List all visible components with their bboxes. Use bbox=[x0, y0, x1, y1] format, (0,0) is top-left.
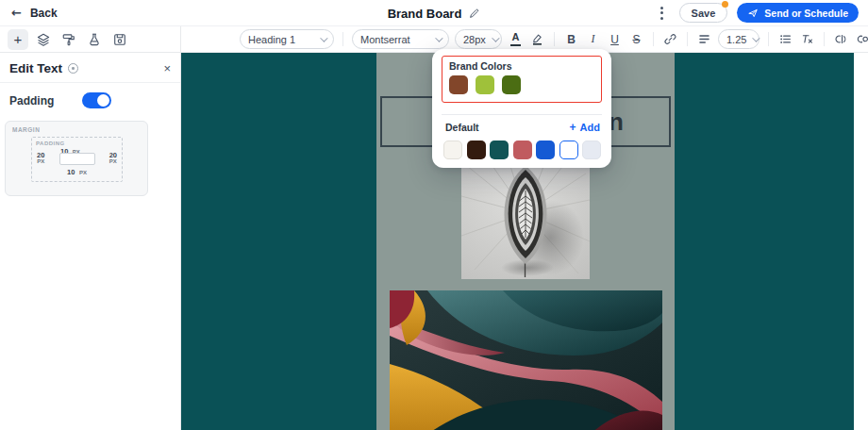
bullet-list-icon bbox=[778, 32, 793, 46]
paint-roller-icon bbox=[61, 32, 76, 47]
edit-title-pencil-icon[interactable] bbox=[468, 8, 480, 20]
divider bbox=[768, 32, 769, 46]
flask-icon bbox=[87, 32, 102, 47]
underline-button[interactable]: U bbox=[607, 29, 623, 49]
padding-label: Padding bbox=[9, 94, 54, 108]
margin-diagram: MARGIN PADDING 10 PX 20 PX 20 bbox=[5, 121, 148, 196]
italic-button[interactable]: I bbox=[585, 29, 601, 49]
right-gutter bbox=[854, 53, 868, 430]
link-icon bbox=[663, 32, 677, 46]
custom-link-button[interactable] bbox=[855, 29, 868, 49]
add-block-button[interactable]: + bbox=[8, 29, 28, 50]
link-button[interactable] bbox=[662, 29, 678, 49]
line-height-dropdown[interactable]: 1.25 bbox=[718, 29, 760, 49]
text-style-value: Heading 1 bbox=[248, 34, 295, 45]
divider bbox=[687, 32, 688, 46]
default-color-swatch[interactable] bbox=[582, 141, 601, 159]
default-color-swatch[interactable] bbox=[513, 141, 532, 159]
send-or-schedule-button[interactable]: Send or Schedule bbox=[737, 3, 859, 23]
design-style-button[interactable] bbox=[58, 29, 79, 50]
divider bbox=[554, 32, 555, 46]
send-label: Send or Schedule bbox=[764, 8, 848, 19]
font-size-dropdown[interactable]: 28px bbox=[455, 29, 502, 49]
chevron-down-icon bbox=[320, 34, 327, 41]
clear-formatting-button[interactable] bbox=[799, 29, 815, 49]
color-picker-popup: Brand Colors Default + Add bbox=[432, 49, 611, 168]
top-bar: ← Back Brand Board Save Send or Schedule bbox=[0, 0, 868, 26]
personalization-button[interactable] bbox=[833, 29, 849, 49]
font-family-dropdown[interactable]: Montserrat bbox=[352, 29, 449, 49]
personalization-icon bbox=[834, 32, 848, 46]
line-spacing-button[interactable] bbox=[696, 29, 712, 49]
chevron-down-icon bbox=[492, 34, 499, 41]
bold-button[interactable]: B bbox=[563, 29, 579, 49]
highlight-color-button[interactable] bbox=[529, 29, 545, 49]
floppy-disk-icon bbox=[112, 32, 127, 47]
toggle-knob bbox=[97, 94, 109, 107]
text-style-dropdown[interactable]: Heading 1 bbox=[240, 29, 334, 49]
abstract-waves-image bbox=[390, 290, 662, 430]
padding-bottom-value: 10 PX bbox=[32, 161, 122, 178]
line-height-value: 1.25 bbox=[726, 34, 746, 45]
default-swatch-row bbox=[443, 141, 611, 159]
layers-icon bbox=[36, 32, 51, 47]
brand-color-swatch[interactable] bbox=[449, 75, 468, 94]
brand-colors-title: Brand Colors bbox=[449, 60, 594, 72]
margin-diagram-label: MARGIN bbox=[12, 126, 40, 133]
edit-text-panel: Edit Text × Padding MARGIN PADDING 10 PX bbox=[0, 53, 181, 430]
default-color-swatch[interactable] bbox=[490, 141, 509, 159]
page-title: Brand Board bbox=[388, 7, 462, 21]
padding-toggle[interactable] bbox=[82, 92, 111, 108]
default-color-swatch[interactable] bbox=[443, 141, 462, 159]
brand-color-swatch[interactable] bbox=[502, 75, 521, 94]
strikethrough-button[interactable]: S bbox=[628, 29, 644, 49]
plus-icon: + bbox=[570, 123, 576, 132]
bullet-list-button[interactable] bbox=[777, 29, 793, 49]
default-label: Default bbox=[445, 122, 479, 133]
leaf-image-block[interactable] bbox=[376, 155, 675, 279]
topbar-actions: Save Send or Schedule bbox=[655, 3, 868, 23]
brand-swatch-row bbox=[449, 75, 594, 94]
save-template-button[interactable] bbox=[109, 29, 130, 50]
close-panel-icon[interactable]: × bbox=[163, 63, 171, 74]
editor-toolbar: + Heading 1 Montserrat bbox=[0, 26, 868, 53]
text-color-button[interactable]: A bbox=[508, 32, 524, 46]
brand-color-swatch[interactable] bbox=[476, 75, 494, 94]
highlighter-icon bbox=[530, 32, 544, 46]
add-color-button[interactable]: + Add bbox=[570, 122, 600, 133]
font-size-value: 28px bbox=[463, 34, 486, 45]
line-spacing-icon bbox=[697, 32, 711, 46]
default-color-swatch-selected[interactable] bbox=[559, 141, 578, 159]
app-window: ← Back Brand Board Save Send or Schedule… bbox=[0, 0, 868, 430]
text-color-swatch-bar bbox=[510, 44, 521, 47]
toolbar-left-group: + bbox=[0, 26, 181, 52]
abstract-image-block[interactable] bbox=[376, 290, 675, 430]
text-format-toolbar: Heading 1 Montserrat 28px A B I U bbox=[240, 29, 868, 50]
default-colors-header: Default + Add bbox=[445, 122, 600, 133]
panel-header: Edit Text × bbox=[0, 53, 180, 83]
chevron-down-icon bbox=[435, 34, 442, 41]
divider bbox=[653, 32, 654, 46]
save-button[interactable]: Save bbox=[679, 3, 728, 23]
brand-colors-section: Brand Colors bbox=[442, 56, 602, 103]
layers-button[interactable] bbox=[33, 29, 54, 50]
leaf-artwork-image bbox=[461, 155, 590, 279]
default-color-swatch[interactable] bbox=[467, 141, 486, 159]
font-family-value: Montserrat bbox=[360, 34, 410, 45]
anchor-link-icon bbox=[856, 32, 868, 46]
more-options-icon[interactable] bbox=[655, 5, 670, 22]
send-plane-icon bbox=[747, 8, 759, 19]
back-button[interactable]: ← Back bbox=[0, 6, 69, 20]
divider bbox=[342, 32, 343, 46]
save-label: Save bbox=[692, 8, 716, 19]
padding-setting-row: Padding bbox=[0, 83, 180, 108]
plus-icon: + bbox=[14, 31, 23, 47]
padding-diagram: PADDING 10 PX 20 PX 20 PX bbox=[31, 137, 123, 182]
help-circle-icon[interactable] bbox=[68, 63, 78, 74]
default-color-swatch[interactable] bbox=[536, 141, 555, 159]
add-label: Add bbox=[580, 122, 600, 133]
notification-dot bbox=[722, 1, 728, 8]
text-color-letter: A bbox=[512, 32, 520, 42]
test-button[interactable] bbox=[84, 29, 105, 50]
back-label: Back bbox=[30, 7, 58, 20]
